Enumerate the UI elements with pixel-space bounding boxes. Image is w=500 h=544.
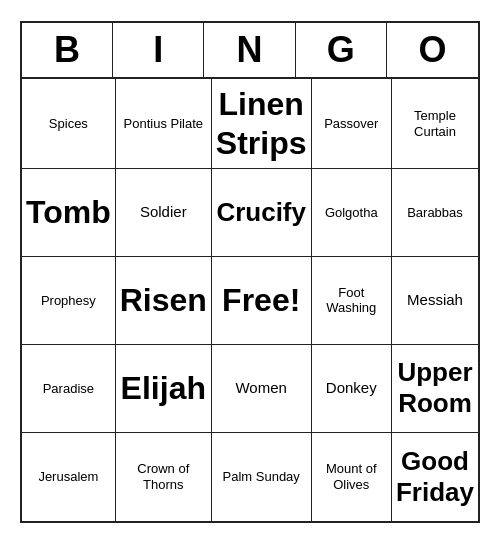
header-letter: N bbox=[204, 23, 295, 77]
header-letter: O bbox=[387, 23, 478, 77]
bingo-card: BINGO SpicesPontius PilateLinen StripsPa… bbox=[20, 21, 480, 523]
bingo-cell-8[interactable]: Golgotha bbox=[312, 169, 392, 257]
bingo-cell-1[interactable]: Pontius Pilate bbox=[116, 79, 212, 169]
bingo-cell-2[interactable]: Linen Strips bbox=[212, 79, 312, 169]
bingo-cell-19[interactable]: Upper Room bbox=[392, 345, 478, 433]
bingo-cell-5[interactable]: Tomb bbox=[22, 169, 116, 257]
bingo-cell-20[interactable]: Jerusalem bbox=[22, 433, 116, 521]
bingo-cell-3[interactable]: Passover bbox=[312, 79, 392, 169]
header-letter: I bbox=[113, 23, 204, 77]
bingo-header: BINGO bbox=[22, 23, 478, 79]
bingo-cell-7[interactable]: Crucify bbox=[212, 169, 312, 257]
bingo-cell-9[interactable]: Barabbas bbox=[392, 169, 478, 257]
bingo-cell-14[interactable]: Messiah bbox=[392, 257, 478, 345]
bingo-cell-0[interactable]: Spices bbox=[22, 79, 116, 169]
bingo-grid: SpicesPontius PilateLinen StripsPassover… bbox=[22, 79, 478, 521]
bingo-cell-22[interactable]: Palm Sunday bbox=[212, 433, 312, 521]
header-letter: B bbox=[22, 23, 113, 77]
bingo-cell-12[interactable]: Free! bbox=[212, 257, 312, 345]
bingo-cell-23[interactable]: Mount of Olives bbox=[312, 433, 392, 521]
bingo-cell-10[interactable]: Prophesy bbox=[22, 257, 116, 345]
bingo-cell-6[interactable]: Soldier bbox=[116, 169, 212, 257]
bingo-cell-16[interactable]: Elijah bbox=[116, 345, 212, 433]
bingo-cell-15[interactable]: Paradise bbox=[22, 345, 116, 433]
header-letter: G bbox=[296, 23, 387, 77]
bingo-cell-18[interactable]: Donkey bbox=[312, 345, 392, 433]
bingo-cell-13[interactable]: Foot Washing bbox=[312, 257, 392, 345]
bingo-cell-11[interactable]: Risen bbox=[116, 257, 212, 345]
bingo-cell-4[interactable]: Temple Curtain bbox=[392, 79, 478, 169]
bingo-cell-24[interactable]: Good Friday bbox=[392, 433, 478, 521]
bingo-cell-21[interactable]: Crown of Thorns bbox=[116, 433, 212, 521]
bingo-cell-17[interactable]: Women bbox=[212, 345, 312, 433]
